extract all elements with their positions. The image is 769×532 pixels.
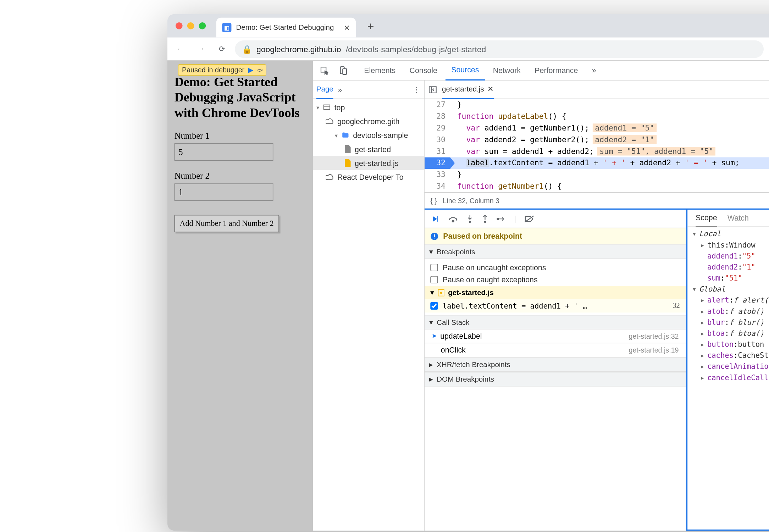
tree-folder[interactable]: ▾devtools-sample [313,128,424,142]
paused-badge-text: Paused in debugger [182,66,244,74]
editor-tabs: get-started.js ✕ [424,81,769,99]
stack-frame-0[interactable]: updateLabelget-started.js:32 [424,329,685,343]
scope-g-button[interactable]: ▸button: button [687,339,769,350]
call-stack-section[interactable]: ▾Call Stack [424,315,685,329]
reload-button[interactable]: ⟳ [214,41,230,57]
minimize-window-button[interactable] [187,22,194,29]
debug-left-panel: | Paused on breakpoint ▾Breakpoints Paus… [424,210,686,531]
cursor-position: Line 32, Column 3 [443,196,499,205]
scope-g-cic[interactable]: ▸cancelIdleCallback: f cancelIdleCallbac… [687,372,769,383]
lock-icon: 🔒 [242,44,251,53]
scope-tabs: Scope Watch [687,210,769,227]
new-tab-button[interactable]: ＋ [365,19,376,33]
step-button[interactable] [497,215,506,223]
tabs-overflow-icon[interactable]: » [586,60,602,80]
scope-g-caf[interactable]: ▸cancelAnimationFrame: f cancelAnimation… [687,361,769,372]
forward-button[interactable]: → [193,41,209,57]
scope-addend2[interactable]: addend2: "1" [687,261,769,272]
scope-g-caches[interactable]: ▸caches: CacheStorage {} [687,350,769,361]
maximize-window-button[interactable] [199,22,206,29]
stack-frame-1[interactable]: onClickget-started.js:19 [424,343,685,357]
scope-sum[interactable]: sum: "51" [687,272,769,283]
browser-toolbar: ← → ⟳ 🔒 googlechrome.github.io/devtools-… [167,38,769,61]
favicon-icon: ◧ [222,23,231,32]
scope-g-btoa[interactable]: ▸btoa: f btoa() [687,328,769,339]
scope-addend1[interactable]: addend1: "5" [687,250,769,261]
tree-top[interactable]: ▾top [313,100,424,114]
navigator-panel: Page » ⋮ ▾top googlechrome.gith ▾devtool… [313,81,425,531]
tab-sources[interactable]: Sources [445,60,485,80]
number1-input[interactable] [174,143,273,161]
file-tree: ▾top googlechrome.gith ▾devtools-sample … [313,99,424,531]
device-toggle-icon[interactable] [335,62,351,78]
back-button[interactable]: ← [172,41,188,57]
pause-caught-checkbox[interactable]: Pause on caught exceptions [424,273,685,286]
svg-rect-13 [437,216,438,221]
tab-strip: ◧ Demo: Get Started Debugging ✕ ＋ [167,14,769,38]
paused-reason: Paused on breakpoint [424,228,685,245]
navigator-tab-page[interactable]: Page [316,80,333,99]
scope-g-blur[interactable]: ▸blur: f blur() [687,317,769,328]
window-controls [175,22,205,29]
page-heading: Demo: Get Started Debugging JavaScript w… [174,75,306,121]
add-numbers-button[interactable]: Add Number 1 and Number 2 [174,215,279,232]
tab-watch[interactable]: Watch [727,214,749,223]
sources-row: Page » ⋮ ▾top googlechrome.gith ▾devtool… [313,81,769,531]
editor-tab-file[interactable]: get-started.js ✕ [442,80,494,99]
navigator-overflow-icon[interactable]: » [338,85,342,94]
url-path: /devtools-samples/debug-js/get-started [345,44,486,53]
step-over-mini-icon[interactable]: ⤼ [256,66,262,74]
tree-file-js[interactable]: get-started.js [313,156,424,170]
deactivate-breakpoints-button[interactable] [524,215,535,223]
url-host: googlechrome.github.io [256,44,341,53]
scope-g-alert[interactable]: ▸alert: f alert() [687,294,769,305]
svg-point-16 [484,221,486,223]
code-editor[interactable]: 27} 28function updateLabel() { 29 var ad… [424,99,769,192]
tree-domain[interactable]: googlechrome.gith [313,114,424,128]
pause-uncaught-checkbox[interactable]: Pause on uncaught exceptions [424,261,685,273]
devtools-panel: Elements Console Sources Network Perform… [313,61,769,531]
scope-local-header[interactable]: ▾Local [687,228,769,239]
debugger-controls: | [424,210,685,228]
svg-rect-9 [323,105,330,110]
breakpoints-section[interactable]: ▾Breakpoints [424,244,685,259]
breakpoint-file-row[interactable]: ▾●get-started.js [424,286,685,299]
pretty-print-icon[interactable]: { } [430,196,437,205]
editor-column: get-started.js ✕ 27} 28function updateLa… [424,81,769,531]
close-editor-tab-icon[interactable]: ✕ [487,84,494,93]
close-window-button[interactable] [175,22,182,29]
devtools-tabs: Elements Console Sources Network Perform… [313,61,769,81]
svg-point-15 [469,221,471,223]
resume-icon[interactable]: ▶ [248,66,253,74]
tree-react-ext[interactable]: React Developer To [313,170,424,184]
address-bar[interactable]: 🔒 googlechrome.github.io/devtools-sample… [235,40,764,57]
step-over-button[interactable] [448,215,458,223]
xhr-breakpoints-section[interactable]: ▸XHR/fetch Breakpoints [424,358,685,372]
svg-rect-7 [343,68,347,74]
tree-file-html[interactable]: get-started [313,142,424,156]
svg-line-18 [525,216,534,222]
dom-breakpoints-section[interactable]: ▸DOM Breakpoints [424,372,685,387]
scope-global-header[interactable]: ▾GlobalWindow [687,283,769,294]
inspect-element-icon[interactable] [316,62,332,78]
number2-input[interactable] [174,184,273,201]
tab-elements[interactable]: Elements [358,60,401,80]
navigator-menu-icon[interactable]: ⋮ [413,85,420,94]
number1-label: Number 1 [174,131,306,141]
tab-console[interactable]: Console [404,60,443,80]
tab-network[interactable]: Network [487,60,526,80]
tab-scope[interactable]: Scope [696,210,717,227]
resume-button[interactable] [430,215,439,223]
close-tab-icon[interactable]: ✕ [343,23,350,32]
svg-point-17 [497,218,498,219]
scope-g-atob[interactable]: ▸atob: f atob() [687,306,769,317]
tab-performance[interactable]: Performance [529,60,583,80]
step-out-button[interactable] [481,215,488,223]
toggle-navigator-icon[interactable] [428,85,437,94]
tab-title: Demo: Get Started Debugging [236,23,334,32]
scope-this[interactable]: ▸this: Window [687,239,769,250]
breakpoint-line-row[interactable]: label.textContent = addend1 + ' …32 [424,299,685,313]
debugger-bottom: | Paused on breakpoint ▾Breakpoints Paus… [424,209,769,531]
step-into-button[interactable] [466,215,473,223]
browser-tab[interactable]: ◧ Demo: Get Started Debugging ✕ [216,18,356,38]
